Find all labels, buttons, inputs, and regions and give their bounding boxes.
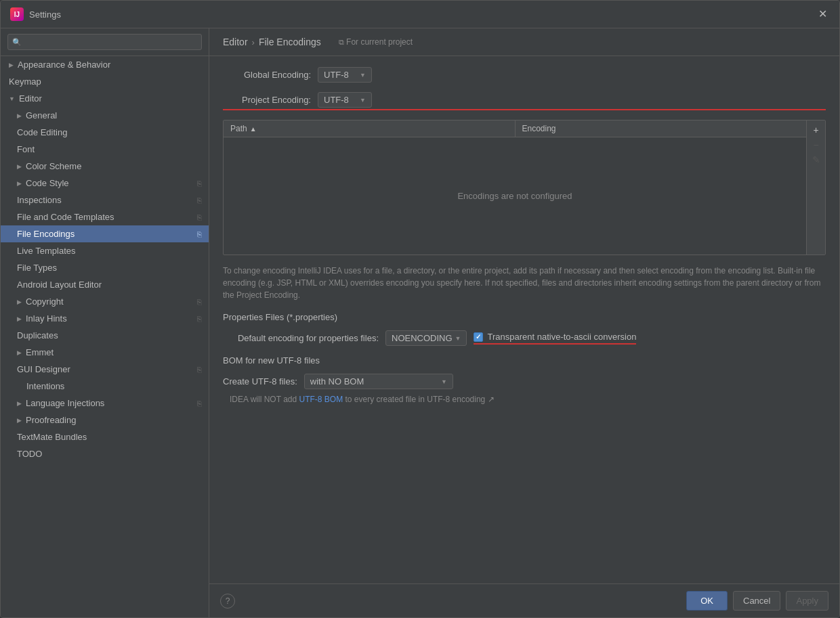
sidebar-item-code-style[interactable]: ▶ Code Style ⎘ — [1, 175, 209, 192]
settings-dialog: IJ Settings ✕ 🔍 ▶ Appearance & Behavior … — [0, 0, 840, 618]
copy-icon: ⎘ — [197, 315, 202, 323]
bottom-bar: ? OK Cancel Apply — [209, 583, 839, 617]
sidebar-item-editor[interactable]: ▼ Editor — [1, 90, 209, 107]
arrow-icon: ▶ — [9, 62, 14, 68]
apply-button[interactable]: Apply — [786, 591, 828, 611]
bom-dropdown[interactable]: with NO BOM ▼ — [304, 374, 453, 389]
global-encoding-label: Global Encoding: — [223, 70, 311, 80]
sidebar-item-label: Emmet — [26, 347, 54, 357]
sidebar-item-keymap[interactable]: Keymap — [1, 73, 209, 90]
sidebar-item-appearance[interactable]: ▶ Appearance & Behavior — [1, 56, 209, 73]
sidebar-item-emmet[interactable]: ▶ Emmet — [1, 344, 209, 361]
breadcrumb-parent: Editor — [223, 37, 248, 47]
project-encoding-row: Project Encoding: UTF-8 ▼ — [223, 92, 826, 110]
bom-section-title: BOM for new UTF-8 files — [223, 355, 826, 366]
sidebar-item-textmate[interactable]: TextMate Bundles — [1, 428, 209, 445]
bom-row: Create UTF-8 files: with NO BOM ▼ — [223, 374, 826, 389]
dropdown-arrow-icon: ▼ — [360, 72, 366, 79]
cancel-button[interactable]: Cancel — [733, 591, 780, 611]
main-content: Editor › File Encodings ⧉ For current pr… — [209, 28, 839, 617]
sort-arrow-icon: ▲ — [250, 125, 257, 133]
properties-encoding-value: NOENCODING — [392, 333, 453, 343]
sidebar-item-general[interactable]: ▶ General — [1, 107, 209, 124]
sidebar-item-live-templates[interactable]: Live Templates — [1, 242, 209, 259]
arrow-icon: ▼ — [9, 95, 15, 102]
breadcrumb-link[interactable]: ⧉ For current project — [339, 37, 413, 47]
sidebar-item-proofreading[interactable]: ▶ Proofreading — [1, 412, 209, 428]
sidebar-item-label: General — [26, 110, 57, 120]
sidebar-item-intentions[interactable]: Intentions — [1, 378, 209, 395]
global-encoding-dropdown[interactable]: UTF-8 ▼ — [318, 67, 372, 83]
sidebar-item-label: Inspections — [17, 195, 62, 205]
global-encoding-row: Global Encoding: UTF-8 ▼ — [223, 67, 826, 83]
sidebar-item-color-scheme[interactable]: ▶ Color Scheme — [1, 158, 209, 175]
add-button[interactable]: + — [810, 123, 823, 137]
sidebar-item-duplicates[interactable]: Duplicates — [1, 327, 209, 344]
edit-button[interactable]: ✎ — [810, 153, 823, 167]
arrow-icon: ▶ — [17, 163, 22, 170]
breadcrumb-link-text: For current project — [346, 37, 413, 47]
sidebar-item-gui-designer[interactable]: GUI Designer ⎘ — [1, 361, 209, 378]
breadcrumb-separator: › — [252, 37, 255, 47]
encodings-table-container: Path ▲ Encoding Encodings are not config… — [223, 120, 826, 255]
dialog-body: 🔍 ▶ Appearance & Behavior Keymap ▼ Edito… — [1, 28, 839, 617]
sidebar-item-copyright[interactable]: ▶ Copyright ⎘ — [1, 293, 209, 310]
sidebar-item-file-encodings[interactable]: File Encodings ⎘ — [1, 225, 209, 242]
table-header-path: Path ▲ — [224, 120, 516, 137]
sidebar-item-label: Code Style — [26, 178, 69, 188]
project-encoding-dropdown[interactable]: UTF-8 ▼ — [318, 92, 372, 108]
project-encoding-label: Project Encoding: — [223, 95, 311, 105]
sidebar-item-android-layout[interactable]: Android Layout Editor — [1, 276, 209, 293]
global-encoding-value: UTF-8 — [324, 70, 349, 80]
ok-button[interactable]: OK — [686, 591, 728, 611]
copy-icon: ⎘ — [197, 196, 202, 204]
sidebar-item-label: Duplicates — [17, 330, 58, 340]
sidebar-item-label: TODO — [17, 449, 42, 459]
arrow-icon: ▶ — [17, 299, 22, 305]
arrow-icon: ▶ — [17, 400, 22, 407]
copy-icon: ⎘ — [197, 399, 202, 407]
remove-button[interactable]: − — [810, 138, 823, 152]
title-bar: IJ Settings ✕ — [1, 1, 839, 28]
dropdown-arrow-icon: ▼ — [441, 378, 447, 385]
close-button[interactable]: ✕ — [816, 7, 830, 21]
sidebar-item-label: Appearance & Behavior — [18, 60, 110, 70]
sidebar-item-label: Android Layout Editor — [17, 280, 102, 290]
bom-note-link[interactable]: UTF-8 BOM — [299, 395, 343, 404]
dropdown-arrow-icon: ▼ — [360, 97, 366, 104]
sidebar-item-code-editing[interactable]: Code Editing — [1, 124, 209, 141]
sidebar-item-language-injections[interactable]: ▶ Language Injections ⎘ — [1, 395, 209, 412]
table-body: Encodings are not configured — [224, 137, 806, 255]
app-icon: IJ — [10, 7, 24, 21]
sidebar-item-inlay-hints[interactable]: ▶ Inlay Hints ⎘ — [1, 310, 209, 327]
properties-encoding-dropdown[interactable]: NOENCODING ▼ — [385, 330, 467, 346]
properties-section-title: Properties Files (*.properties) — [223, 312, 826, 322]
sidebar-item-label: GUI Designer — [17, 364, 70, 374]
sidebar-item-file-types[interactable]: File Types — [1, 259, 209, 276]
copy-icon: ⎘ — [197, 366, 202, 374]
copy-icon: ⎘ — [197, 179, 202, 187]
sidebar-item-todo[interactable]: TODO — [1, 445, 209, 462]
project-encoding-value: UTF-8 — [324, 95, 349, 105]
sidebar-item-label: Intentions — [26, 381, 64, 391]
sidebar-item-label: Proofreading — [26, 415, 76, 425]
search-icon: 🔍 — [12, 38, 22, 47]
transparent-conversion-checkbox[interactable] — [474, 332, 483, 342]
help-button[interactable]: ? — [220, 594, 235, 609]
sidebar: 🔍 ▶ Appearance & Behavior Keymap ▼ Edito… — [1, 28, 209, 617]
table-empty-message: Encodings are not configured — [457, 191, 572, 201]
search-input[interactable] — [7, 34, 202, 50]
bom-label: Create UTF-8 files: — [223, 376, 297, 387]
dialog-title: Settings — [29, 9, 61, 20]
sidebar-item-file-code-templates[interactable]: File and Code Templates ⎘ — [1, 208, 209, 225]
sidebar-item-label: Language Injections — [26, 398, 104, 408]
title-bar-left: IJ Settings — [10, 7, 61, 21]
properties-encoding-row: Default encoding for properties files: N… — [223, 330, 826, 346]
sidebar-item-inspections[interactable]: Inspections ⎘ — [1, 192, 209, 208]
search-box: 🔍 — [1, 28, 209, 56]
sidebar-item-font[interactable]: Font — [1, 141, 209, 158]
copy-icon: ⎘ — [197, 230, 202, 238]
table-header-encoding: Encoding — [516, 120, 807, 137]
sidebar-item-label: File and Code Templates — [17, 212, 114, 222]
transparent-conversion-area: Transparent native-to-ascii conversion — [474, 332, 636, 345]
